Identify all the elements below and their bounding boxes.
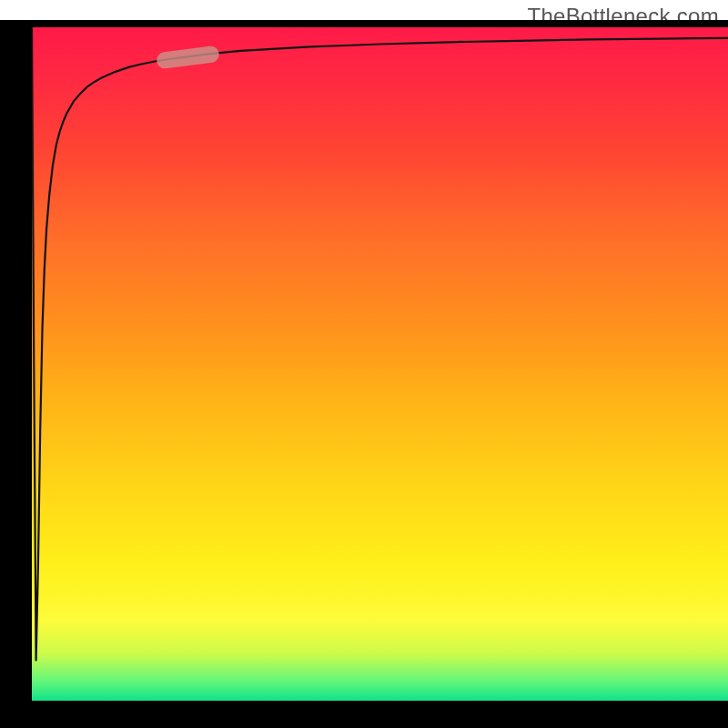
frame-border-bottom (0, 701, 728, 728)
frame-border-top (0, 20, 728, 27)
chart-canvas: TheBottleneck.com (0, 0, 728, 728)
curve-svg (32, 27, 728, 701)
frame-border-left (0, 20, 32, 728)
bottleneck-curve (32, 27, 728, 661)
